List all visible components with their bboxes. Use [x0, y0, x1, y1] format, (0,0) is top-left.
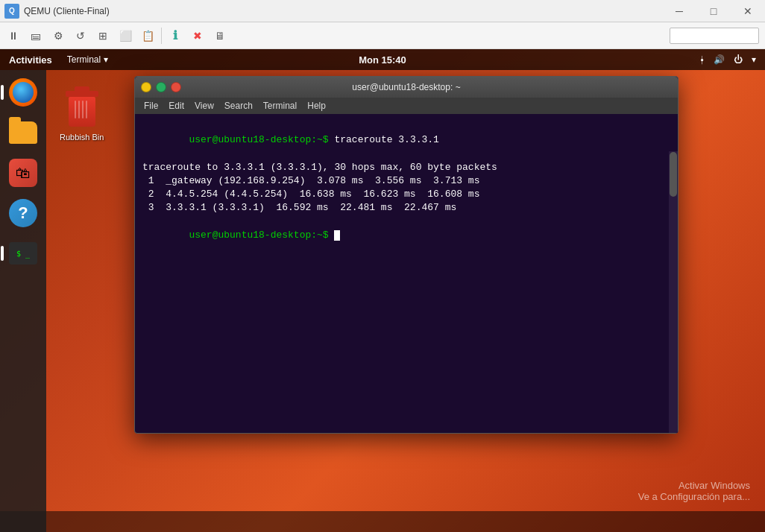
terminal-terminal-menu[interactable]: Terminal — [259, 99, 301, 113]
terminal-window: user@ubuntu18-desktop: ~ File Edit View … — [134, 76, 679, 434]
ubuntu-dock: 🛍 ? — [0, 70, 46, 532]
toolbar-separator — [161, 28, 162, 44]
rubbish-bin-desktop-icon[interactable]: Rubbish Bin — [60, 91, 104, 142]
terminal-search-menu[interactable]: Search — [220, 99, 257, 113]
dock-item-terminal[interactable] — [5, 235, 41, 271]
scrollbar-thumb[interactable] — [670, 152, 677, 197]
tb-clipboard-btn[interactable]: 📋 — [137, 25, 158, 46]
terminal-line-3: 1 _gateway (192.168.9.254) 3.078 ms 3.55… — [142, 174, 670, 188]
tb-settings-btn[interactable]: ⚙ — [48, 25, 69, 46]
rubbish-bin-label: Rubbish Bin — [60, 133, 104, 142]
tb-info-btn[interactable]: ℹ — [165, 25, 186, 46]
accessibility-icon[interactable]: ⍿ — [696, 53, 708, 66]
terminal-content-area[interactable]: user@ubuntu18-desktop:~$ traceroute 3.3.… — [135, 114, 678, 433]
terminal-menubar: File Edit View Search Terminal Help — [135, 98, 678, 114]
tb-pause-btn[interactable]: ⏸ — [3, 25, 24, 46]
terminal-line-5: 3 3.3.3.1 (3.3.3.1) 16.592 ms 22.481 ms … — [142, 201, 670, 215]
ubuntu-top-panel: Activities Terminal ▾ Mon 15:40 ⍿ 🔊 ⏻ ▾ — [0, 49, 765, 70]
close-button[interactable]: ✕ — [731, 0, 765, 22]
panel-right-controls: ⍿ 🔊 ⏻ ▾ — [696, 53, 765, 66]
terminal-menu-arrow: ▾ — [104, 54, 108, 65]
dock-item-files[interactable] — [5, 115, 41, 151]
terminal-file-menu[interactable]: File — [139, 99, 163, 113]
terminal-line-6: user@ubuntu18-desktop:~$ — [142, 215, 670, 256]
term-command: traceroute 3.3.3.1 — [334, 134, 438, 145]
terminal-edit-menu[interactable]: Edit — [164, 99, 189, 113]
ubuntu-desktop: Activities Terminal ▾ Mon 15:40 ⍿ 🔊 ⏻ ▾ … — [0, 49, 765, 532]
qemu-title: QEMU (Cliente-Final) — [24, 6, 662, 16]
terminal-maximize-button[interactable] — [156, 82, 166, 92]
watermark-line2: Ve a Configuración para... — [638, 491, 750, 502]
qemu-app-icon: Q — [4, 4, 19, 19]
terminal-title: user@ubuntu18-desktop: ~ — [352, 82, 460, 92]
terminal-line-1: user@ubuntu18-desktop:~$ traceroute 3.3.… — [142, 120, 670, 161]
term-prompt-1: user@ubuntu18-desktop:~$ — [189, 134, 334, 145]
terminal-menu-label: Terminal — [67, 54, 101, 65]
terminal-line-4: 2 4.4.5.254 (4.4.5.254) 16.638 ms 16.623… — [142, 188, 670, 201]
ubuntu-taskbar-bottom — [0, 511, 765, 532]
activate-windows-watermark: Activar Windows Ve a Configuración para.… — [638, 480, 750, 502]
terminal-line-2: traceroute to 3.3.3.1 (3.3.3.1), 30 hops… — [142, 161, 670, 174]
qemu-window: Q QEMU (Cliente-Final) ─ □ ✕ ⏸ 🖴 ⚙ ↺ ⊞ ⬜… — [0, 0, 765, 49]
terminal-menu-button[interactable]: Terminal ▾ — [61, 49, 114, 70]
tb-screenshot-btn[interactable]: 🖴 — [25, 25, 46, 46]
power-icon[interactable]: ⏻ — [731, 53, 746, 66]
firefox-icon — [9, 78, 37, 107]
tb-refresh-btn[interactable]: ↺ — [70, 25, 91, 46]
terminal-dock-icon — [9, 242, 37, 265]
terminal-close-button[interactable] — [171, 82, 181, 92]
help-icon: ? — [9, 199, 37, 227]
terminal-titlebar: user@ubuntu18-desktop: ~ — [135, 77, 678, 98]
files-icon — [9, 121, 37, 144]
tb-window-btn[interactable]: ⊞ — [92, 25, 113, 46]
panel-arrow-icon[interactable]: ▾ — [749, 53, 759, 66]
watermark-line1: Activar Windows — [638, 480, 750, 491]
window-controls: ─ □ ✕ — [662, 0, 765, 22]
tb-scale-btn[interactable]: ⬜ — [115, 25, 136, 46]
dock-item-firefox[interactable] — [5, 75, 41, 110]
panel-clock: Mon 15:40 — [359, 54, 406, 66]
software-icon: 🛍 — [9, 159, 37, 187]
tb-stop-btn[interactable]: ✖ — [187, 25, 208, 46]
qemu-toolbar: ⏸ 🖴 ⚙ ↺ ⊞ ⬜ 📋 ℹ ✖ 🖥 — [0, 22, 765, 49]
tb-monitor-btn[interactable]: 🖥 — [210, 25, 230, 46]
terminal-minimize-button[interactable] — [141, 82, 151, 92]
volume-icon[interactable]: 🔊 — [711, 53, 728, 66]
minimize-button[interactable]: ─ — [662, 0, 696, 22]
term-prompt-2: user@ubuntu18-desktop:~$ — [189, 229, 334, 241]
maximize-button[interactable]: □ — [696, 0, 731, 22]
activities-button[interactable]: Activities — [0, 49, 61, 70]
qemu-titlebar: Q QEMU (Cliente-Final) ─ □ ✕ — [0, 0, 765, 22]
rubbish-bin-icon — [64, 91, 100, 130]
qemu-search-input[interactable] — [670, 28, 759, 44]
dock-item-help[interactable]: ? — [5, 195, 41, 231]
terminal-help-menu[interactable]: Help — [303, 99, 330, 113]
dock-item-software[interactable]: 🛍 — [5, 155, 41, 191]
trash-body — [69, 97, 95, 127]
terminal-view-menu[interactable]: View — [190, 99, 218, 113]
terminal-cursor — [334, 230, 340, 241]
terminal-scrollbar[interactable] — [669, 151, 678, 433]
